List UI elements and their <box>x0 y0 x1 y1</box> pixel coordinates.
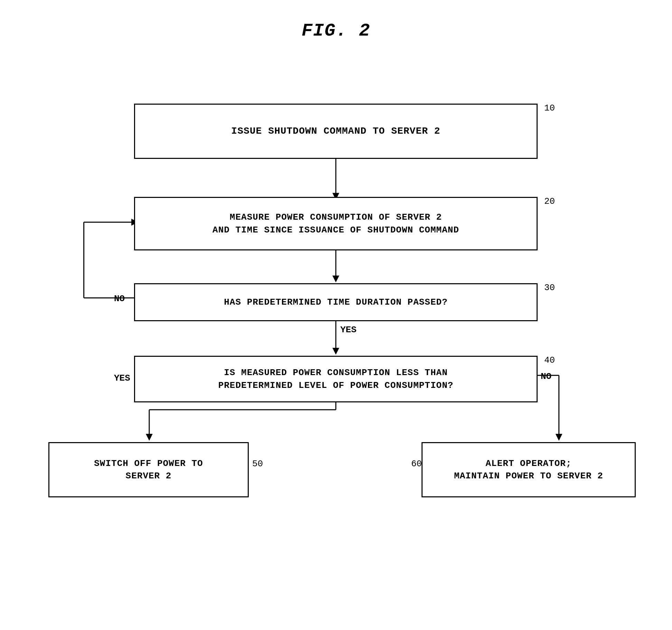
node-20: MEASURE POWER CONSUMPTION OF SERVER 2 AN… <box>134 197 538 250</box>
svg-marker-16 <box>556 434 562 441</box>
node-50-label: SWITCH OFF POWER TO SERVER 2 <box>94 457 203 483</box>
ref-50: 50 <box>252 459 263 469</box>
node-40-label: IS MEASURED POWER CONSUMPTION LESS THAN … <box>218 366 454 392</box>
node-20-label: MEASURE POWER CONSUMPTION OF SERVER 2 AN… <box>212 211 459 236</box>
ref-20: 20 <box>544 196 555 207</box>
yes-label-node30: YES <box>340 325 357 335</box>
node-30: HAS PREDETERMINED TIME DURATION PASSED? <box>134 283 538 321</box>
node-30-label: HAS PREDETERMINED TIME DURATION PASSED? <box>224 296 448 308</box>
yes-label-node40: YES <box>114 373 130 383</box>
node-10-label: ISSUE SHUTDOWN COMMAND TO SERVER 2 <box>231 124 440 138</box>
svg-marker-3 <box>332 276 339 283</box>
node-40: IS MEASURED POWER CONSUMPTION LESS THAN … <box>134 356 538 402</box>
node-60: ALERT OPERATOR; MAINTAIN POWER TO SERVER… <box>422 442 636 497</box>
no-label-node40: NO <box>541 371 551 382</box>
svg-marker-13 <box>146 434 153 441</box>
svg-marker-5 <box>332 348 339 355</box>
ref-30: 30 <box>544 283 555 293</box>
ref-10: 10 <box>544 103 555 113</box>
node-60-label: ALERT OPERATOR; MAINTAIN POWER TO SERVER… <box>454 457 603 483</box>
node-10: ISSUE SHUTDOWN COMMAND TO SERVER 2 <box>134 104 538 159</box>
page-title: FIG. 2 <box>0 0 672 41</box>
ref-40: 40 <box>544 355 555 365</box>
ref-60: 60 <box>411 459 422 469</box>
no-label-node30: NO <box>114 294 125 304</box>
node-50: SWITCH OFF POWER TO SERVER 2 <box>48 442 249 497</box>
